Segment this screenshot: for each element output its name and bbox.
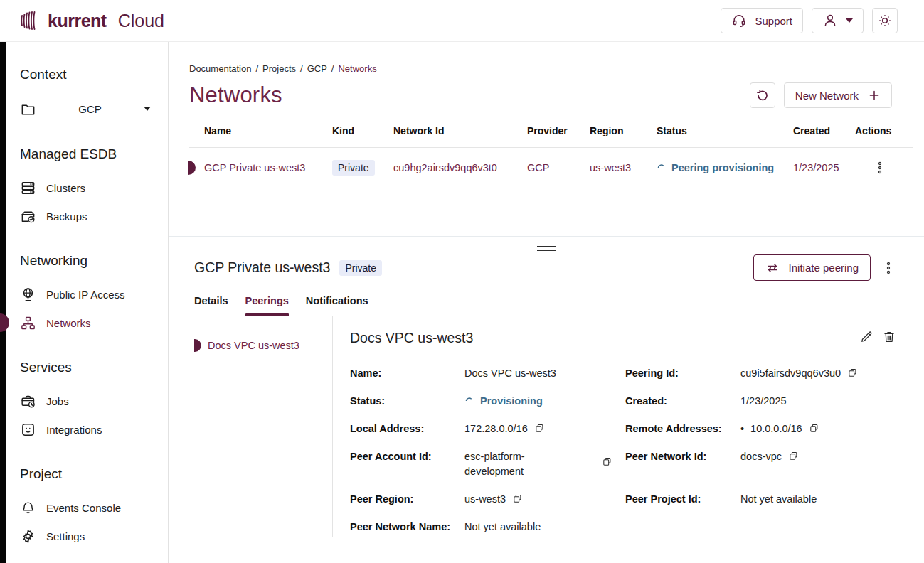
spinner-icon [657,163,666,173]
headset-icon [731,13,747,28]
cell-actions [855,159,913,177]
copy-local-address-button[interactable] [534,423,545,434]
initiate-peering-button[interactable]: Initiate peering [753,254,871,281]
breadcrumb-gcp[interactable]: GCP [307,63,327,74]
delete-peering-button[interactable] [882,330,896,344]
sidebar-edge-strip [0,42,6,563]
sidebar-item-backups[interactable]: Backups [20,202,168,230]
sidebar-item-label: Integrations [46,424,102,436]
copy-peering-id-button[interactable] [847,368,858,378]
row-kebab-menu-button[interactable] [872,159,888,177]
col-header-created: Created [793,125,855,136]
status-text: Peering provisioning [671,162,774,173]
copy-peer-account-id-button[interactable] [602,456,612,467]
peering-item-label: Docs VPC us-west3 [208,340,299,351]
cell-network-id: cu9hg2airsdv9qq6v3t0 [393,162,527,173]
chevron-down-icon [144,107,151,111]
breadcrumb: Documentation / Projects / GCP / Network… [189,63,924,74]
bell-icon [20,500,36,516]
peering-id-text: cu9i5fairsdv9qq6v3u0 [740,366,841,381]
peer-network-id-text: docs-vpc [740,449,782,464]
page-actions: New Network [750,82,892,108]
sidebar-item-integrations[interactable]: Integrations [20,415,168,444]
sidebar-item-public-ip-access[interactable]: Public IP Access [20,280,168,309]
networks-icon [20,315,36,331]
spinner-icon [464,397,474,406]
copy-peer-region-button[interactable] [512,493,523,504]
refresh-button[interactable] [750,82,775,108]
sidebar-item-events-console[interactable]: Events Console [20,493,168,522]
backups-icon [20,208,36,225]
field-value-peer-network-id: docs-vpc [740,449,896,464]
brand-suffix: Cloud [118,11,164,31]
list-bullet: • [740,422,744,436]
table-row[interactable]: GCP Private us-west3 Private cu9hg2airsd… [189,148,913,188]
copy-peer-network-id-button[interactable] [788,451,799,461]
theme-toggle-button[interactable] [872,8,898,33]
edit-peering-button[interactable] [859,330,873,344]
user-menu-button[interactable] [812,8,864,33]
gear-icon [20,528,36,545]
kind-badge: Private [332,160,375,176]
networks-list-section: Documentation / Projects / GCP / Network… [169,42,924,236]
sidebar-heading-context: Context [20,67,168,82]
field-label-remote-addresses: Remote Addresses: [625,422,740,436]
table-header-row: Name Kind Network Id Provider Region Sta… [189,125,913,148]
cell-name: GCP Private us-west3 [204,162,332,173]
col-header-kind: Kind [332,125,393,136]
col-header-provider: Provider [527,125,590,136]
detail-tabs: Details Peerings Notifications [194,295,896,316]
panel-drag-handle[interactable] [537,246,556,253]
sidebar-item-settings[interactable]: Settings [20,522,168,550]
sidebar-item-jobs[interactable]: Jobs [20,387,168,415]
breadcrumb-projects[interactable]: Projects [262,63,296,74]
sidebar-item-clusters[interactable]: Clusters [20,173,168,202]
field-value-peer-account-id: esc-platform-development [464,449,625,479]
peer-region-text: us-west3 [464,492,506,507]
breadcrumb-current: Networks [338,63,376,74]
page-title: Networks [189,82,282,108]
refresh-icon [755,88,770,102]
tab-notifications[interactable]: Notifications [306,295,368,316]
sidebar-item-networks[interactable]: Networks [20,309,168,337]
sidebar-heading-managed-esdb: Managed ESDB [20,146,168,162]
outlet-icon [20,422,36,438]
col-header-status: Status [657,125,793,136]
cell-status: Peering provisioning [657,162,793,173]
support-button[interactable]: Support [721,8,803,33]
peering-detail: Docs VPC us-west3 [333,316,896,537]
peering-list-item[interactable]: Docs VPC us-west3 [194,333,332,358]
sidebar-heading-project: Project [20,466,168,482]
detail-kebab-menu-button[interactable] [881,259,896,277]
breadcrumb-separator: / [331,63,334,74]
sidebar-item-label: Backups [46,210,87,222]
breadcrumb-documentation[interactable]: Documentation [189,63,251,74]
networks-table: Name Kind Network Id Provider Region Sta… [189,125,913,188]
field-value-peer-region: us-west3 [464,492,625,507]
kurrent-cloud-logo[interactable]: kurrent Cloud [20,10,164,31]
local-address-text: 172.28.0.0/16 [464,422,528,436]
detail-title: GCP Private us-west3 [194,259,330,276]
brand-name: kurrent [48,11,107,31]
field-label-peer-region: Peer Region: [350,492,464,507]
new-network-label: New Network [795,90,859,102]
sidebar-heading-networking: Networking [20,253,168,269]
detail-kind-badge: Private [339,260,382,276]
sidebar-item-label: Events Console [46,502,121,514]
tab-details[interactable]: Details [194,295,228,316]
field-value-peer-network-name: Not yet available [464,520,625,535]
peerings-list: Docs VPC us-west3 [194,316,333,537]
new-network-button[interactable]: New Network [784,82,892,108]
clusters-icon [20,180,36,196]
cell-provider: GCP [527,162,590,173]
active-item-indicator [0,313,9,332]
field-value-remote-addresses: • 10.0.0.0/16 [740,422,896,436]
context-selector[interactable]: GCP [20,94,151,124]
tab-peerings[interactable]: Peerings [245,295,289,316]
col-header-name: Name [204,125,332,136]
swap-arrows-icon [765,261,780,275]
user-icon [822,13,838,28]
copy-remote-address-button[interactable] [809,423,819,434]
sidebar-item-label: Networks [46,317,91,329]
context-value: GCP [36,103,144,115]
